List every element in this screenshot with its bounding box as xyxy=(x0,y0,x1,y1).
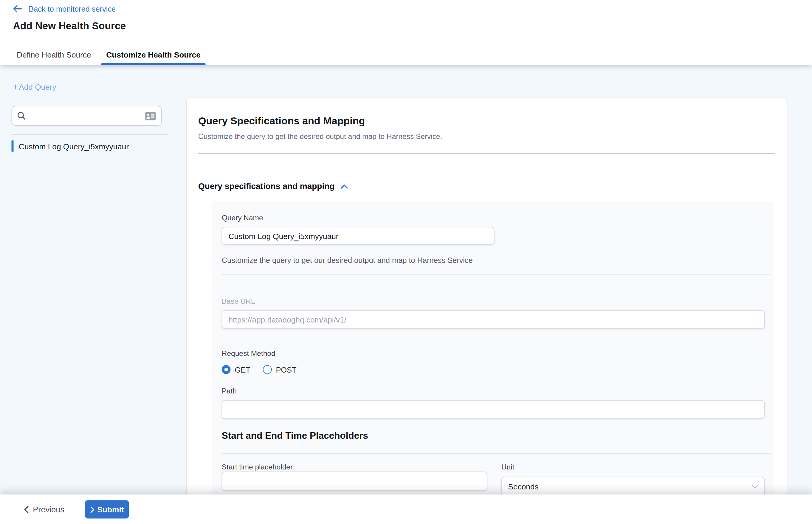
radio-get-label: GET xyxy=(235,365,250,374)
placeholders-divider xyxy=(222,453,770,454)
panel-subtitle: Customize the query to get the desired o… xyxy=(198,132,775,141)
add-query-button[interactable]: + Add Query xyxy=(13,83,56,92)
base-url-label: Base URL xyxy=(222,297,770,305)
request-method-label: Request Method xyxy=(222,349,770,357)
submit-button-label: Submit xyxy=(97,505,124,514)
chevron-left-icon xyxy=(24,506,29,513)
query-item-label: Custom Log Query_i5xmyyuaur xyxy=(19,142,129,150)
page-header: Back to monitored service Add New Health… xyxy=(0,0,812,65)
query-search-box xyxy=(12,106,162,126)
unit-label: Unit xyxy=(501,463,515,471)
tab-bar: Define Health Source Customize Health So… xyxy=(0,44,812,65)
start-time-field: Start time placeholder xyxy=(222,462,487,495)
app: Back to monitored service Add New Health… xyxy=(0,0,812,524)
radio-post[interactable]: POST xyxy=(263,365,297,374)
selected-indicator xyxy=(12,141,14,152)
chevron-right-icon xyxy=(90,506,94,512)
back-link[interactable]: Back to monitored service xyxy=(13,5,116,13)
query-list-item[interactable]: Custom Log Query_i5xmyyuaur xyxy=(12,139,168,153)
content-area: + Add Query xyxy=(0,65,812,494)
start-time-label: Start time placeholder xyxy=(222,463,293,471)
chevron-down-icon xyxy=(752,484,758,489)
contact-card-icon[interactable] xyxy=(145,112,156,120)
previous-button[interactable]: Previous xyxy=(24,500,64,518)
query-helper-text: Customize the query to get our desired o… xyxy=(222,256,770,264)
query-spec-card: Query Name Customize the query to get ou… xyxy=(212,201,775,494)
radio-post-label: POST xyxy=(276,365,296,374)
panel-header: Query Specifications and Mapping Customi… xyxy=(187,98,787,154)
tab-customize-health-source[interactable]: Customize Health Source xyxy=(101,44,206,65)
footer: Previous Submit xyxy=(0,494,812,524)
query-spec-panel: Query Specifications and Mapping Customi… xyxy=(187,98,787,494)
sidebar: + Add Query xyxy=(0,65,187,494)
submit-button[interactable]: Submit xyxy=(85,500,129,518)
card-divider xyxy=(222,275,770,275)
radio-unselected-icon xyxy=(263,365,272,374)
path-input[interactable] xyxy=(222,400,765,419)
back-link-label: Back to monitored service xyxy=(29,5,116,13)
chevron-up-icon xyxy=(341,184,348,189)
back-arrow-icon xyxy=(13,5,22,13)
previous-button-label: Previous xyxy=(33,505,64,514)
section-heading: Query specifications and mapping xyxy=(198,181,335,191)
sidebar-divider xyxy=(12,135,168,135)
radio-get[interactable]: GET xyxy=(222,365,250,374)
add-query-label: Add Query xyxy=(19,83,56,92)
search-input[interactable] xyxy=(29,111,142,121)
placeholders-row: Start time placeholder Unit Seconds xyxy=(222,462,770,495)
query-name-input[interactable] xyxy=(222,227,494,245)
unit-select-value: Seconds xyxy=(508,482,539,491)
base-url-input[interactable] xyxy=(222,310,765,328)
unit-select[interactable]: Seconds xyxy=(501,477,765,495)
path-label: Path xyxy=(222,387,770,395)
plus-icon: + xyxy=(13,83,18,91)
tab-define-health-source[interactable]: Define Health Source xyxy=(12,44,97,65)
unit-field: Unit Seconds xyxy=(501,462,765,495)
panel-title: Query Specifications and Mapping xyxy=(198,115,775,127)
request-method-radio-group: GET POST xyxy=(222,365,770,374)
radio-selected-icon xyxy=(222,365,231,374)
page-title: Add New Health Source xyxy=(13,20,126,32)
panel-header-divider xyxy=(198,153,775,154)
section-collapse-toggle[interactable]: Query specifications and mapping xyxy=(198,181,787,191)
placeholders-heading: Start and End Time Placeholders xyxy=(222,430,770,441)
start-time-input[interactable] xyxy=(222,472,487,491)
query-name-label: Query Name xyxy=(222,213,263,222)
search-icon xyxy=(17,112,26,120)
